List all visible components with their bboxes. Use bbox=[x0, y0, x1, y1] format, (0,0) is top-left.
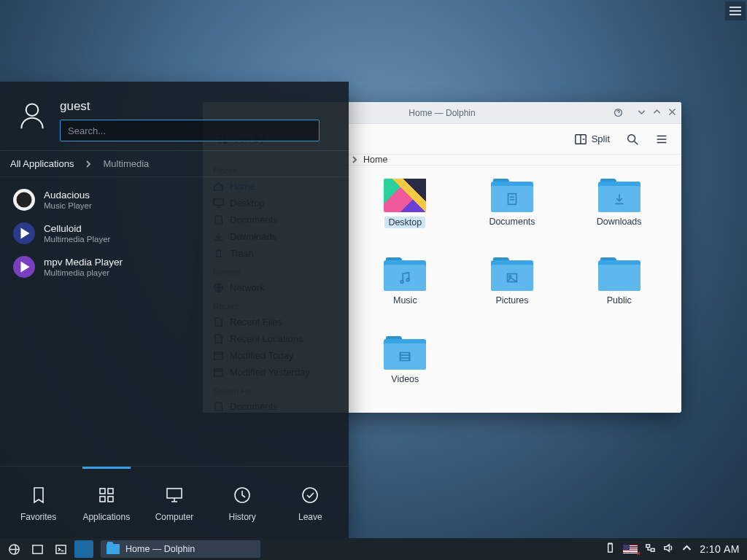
svg-rect-18 bbox=[100, 489, 105, 494]
tab-applications[interactable]: Applications bbox=[75, 478, 138, 522]
tray-usb-icon[interactable] bbox=[605, 542, 616, 556]
hamburger-menu-button[interactable] bbox=[651, 129, 673, 149]
svg-rect-26 bbox=[32, 545, 42, 553]
window-close-button[interactable] bbox=[667, 107, 677, 119]
split-label: Split bbox=[592, 133, 610, 144]
clock[interactable]: 2:10 AM bbox=[700, 543, 740, 555]
svg-rect-30 bbox=[651, 548, 655, 551]
folder-public[interactable]: Public bbox=[567, 257, 671, 330]
desktop-menu-button[interactable] bbox=[725, 1, 746, 20]
hamburger-icon bbox=[729, 5, 741, 17]
svg-rect-20 bbox=[100, 497, 105, 502]
svg-point-17 bbox=[17, 192, 32, 208]
grid-icon bbox=[97, 486, 116, 505]
svg-rect-29 bbox=[646, 545, 650, 548]
crumb-leaf[interactable]: Multimedia bbox=[103, 158, 149, 169]
svg-rect-2 bbox=[729, 14, 741, 15]
terminal-button[interactable] bbox=[51, 540, 70, 558]
username: guest bbox=[60, 99, 333, 114]
tray-volume-icon[interactable] bbox=[663, 542, 674, 556]
folder-videos[interactable]: Videos bbox=[353, 336, 457, 409]
folder-desktop[interactable]: Desktop bbox=[353, 179, 457, 252]
svg-rect-1 bbox=[729, 10, 741, 12]
svg-point-16 bbox=[26, 104, 39, 116]
search-icon bbox=[626, 133, 639, 146]
chevron-right-icon bbox=[84, 160, 93, 168]
breadcrumb-item: Home bbox=[363, 155, 387, 165]
desktop-rect-icon bbox=[31, 543, 44, 556]
svg-rect-19 bbox=[108, 489, 113, 494]
svg-rect-22 bbox=[167, 489, 182, 498]
person-icon bbox=[16, 99, 48, 131]
tab-computer[interactable]: Computer bbox=[143, 478, 206, 522]
tab-favorites[interactable]: Favorites bbox=[7, 478, 70, 522]
folder-music[interactable]: Music bbox=[353, 257, 457, 330]
file-manager-button[interactable] bbox=[74, 540, 93, 558]
launcher-icon bbox=[8, 543, 20, 556]
app-launcher-button[interactable] bbox=[4, 540, 23, 558]
app-item-celluloid[interactable]: CelluloidMultimedia Player bbox=[6, 217, 343, 250]
svg-rect-28 bbox=[608, 544, 613, 552]
taskbar: Home — Dolphin 2:10 AM bbox=[0, 538, 747, 560]
monitor-icon bbox=[165, 486, 184, 505]
system-tray: 2:10 AM bbox=[605, 542, 747, 556]
desktop-thumbnail-icon bbox=[384, 179, 426, 212]
terminal-icon bbox=[55, 543, 67, 556]
user-avatar[interactable] bbox=[16, 99, 48, 134]
hamburger-icon bbox=[655, 133, 668, 146]
celluloid-icon bbox=[13, 222, 35, 244]
mpv-icon bbox=[13, 256, 35, 278]
folder-pictures[interactable]: Pictures bbox=[460, 257, 565, 330]
picture-glyph-icon bbox=[504, 270, 520, 286]
split-icon bbox=[574, 133, 587, 146]
folder-documents[interactable]: Documents bbox=[460, 179, 565, 252]
breadcrumb[interactable]: Home bbox=[343, 155, 681, 166]
tray-expand-arrow[interactable] bbox=[681, 542, 692, 556]
tray-network-icon[interactable] bbox=[645, 542, 656, 556]
tab-leave[interactable]: Leave bbox=[279, 478, 341, 522]
video-glyph-icon bbox=[397, 349, 413, 365]
svg-point-12 bbox=[407, 279, 410, 281]
svg-rect-15 bbox=[400, 353, 410, 361]
search-input[interactable] bbox=[68, 125, 311, 136]
music-glyph-icon bbox=[397, 270, 413, 286]
svg-point-11 bbox=[400, 281, 403, 284]
keyboard-layout-indicator[interactable] bbox=[623, 545, 638, 553]
window-title: Home — Dolphin bbox=[409, 108, 475, 118]
tab-history[interactable]: History bbox=[211, 478, 274, 522]
svg-rect-10 bbox=[508, 194, 516, 205]
download-glyph-icon bbox=[611, 191, 627, 207]
window-help-button[interactable] bbox=[614, 108, 623, 120]
chevron-right-icon bbox=[350, 155, 359, 164]
bookmark-icon bbox=[29, 486, 48, 505]
search-box[interactable] bbox=[60, 120, 320, 141]
folder-icon bbox=[107, 544, 120, 554]
folder-downloads[interactable]: Downloads bbox=[567, 179, 671, 252]
app-item-mpv[interactable]: mpv Media PlayerMultimedia player bbox=[6, 250, 343, 284]
document-glyph-icon bbox=[504, 191, 520, 207]
svg-point-5 bbox=[628, 134, 635, 141]
svg-rect-21 bbox=[108, 497, 113, 502]
svg-point-24 bbox=[303, 488, 317, 502]
history-icon bbox=[233, 486, 252, 505]
application-launcher: guest All Applications Multimedia Audaci… bbox=[0, 82, 349, 538]
launcher-tabs: Favorites Applications Computer History … bbox=[0, 466, 349, 538]
window-minimize-button[interactable] bbox=[637, 107, 646, 119]
window-maximize-button[interactable] bbox=[652, 107, 662, 119]
split-button[interactable]: Split bbox=[570, 129, 614, 149]
audacious-icon bbox=[13, 189, 35, 211]
task-title: Home — Dolphin bbox=[125, 544, 195, 554]
show-desktop-button[interactable] bbox=[28, 540, 47, 558]
app-list: AudaciousMusic Player CelluloidMultimedi… bbox=[0, 177, 349, 466]
category-breadcrumb: All Applications Multimedia bbox=[0, 150, 349, 177]
dolphin-main: Home Desktop Documents Downloads Music P… bbox=[343, 155, 681, 413]
app-item-audacious[interactable]: AudaciousMusic Player bbox=[6, 183, 343, 217]
crumb-root[interactable]: All Applications bbox=[10, 158, 74, 169]
taskbar-task-dolphin[interactable]: Home — Dolphin bbox=[101, 540, 260, 558]
svg-rect-0 bbox=[729, 7, 741, 8]
leave-icon bbox=[301, 486, 320, 505]
search-button[interactable] bbox=[622, 129, 643, 149]
